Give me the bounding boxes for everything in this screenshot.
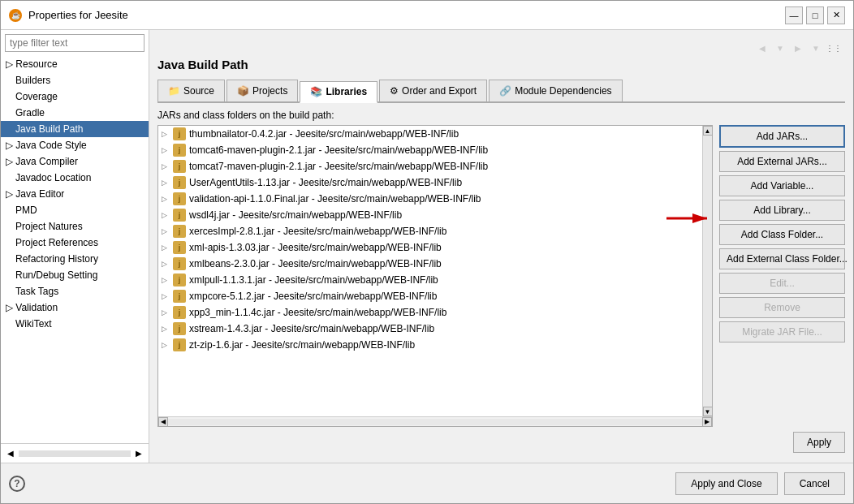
- jar-item[interactable]: ▷ j xml-apis-1.3.03.jar - Jeesite/src/ma…: [158, 239, 702, 256]
- scroll-down-btn[interactable]: ▼: [703, 407, 713, 416]
- sidebar-item-javadoc-location[interactable]: Javadoc Location: [1, 170, 149, 186]
- nav-forward2-icon[interactable]: ▼: [808, 40, 824, 56]
- apply-area: Apply: [157, 427, 845, 454]
- sidebar-item-pmd[interactable]: PMD: [1, 202, 149, 218]
- expand-icon: ▷: [162, 179, 171, 187]
- jar-item[interactable]: ▷ j UserAgentUtils-1.13.jar - Jeesite/sr…: [158, 174, 702, 191]
- sidebar-item-project-natures[interactable]: Project Natures: [1, 218, 149, 235]
- scroll-right-icon[interactable]: ▶: [132, 447, 145, 459]
- add-external-class-folder-button[interactable]: Add External Class Folder...: [719, 248, 845, 269]
- jar-item[interactable]: ▷ j zt-zip-1.6.jar - Jeesite/src/main/we…: [158, 337, 702, 353]
- jar-list[interactable]: ▷ j thumbnailator-0.4.2.jar - Jeesite/sr…: [158, 126, 702, 416]
- tab-module-deps[interactable]: 🔗 Module Dependencies: [489, 80, 622, 101]
- expand-icon: ▷: [162, 276, 171, 284]
- projects-tab-icon: 📦: [237, 85, 249, 97]
- expand-icon: ▷: [162, 146, 171, 154]
- module-deps-tab-icon: 🔗: [499, 85, 511, 97]
- jar-item[interactable]: ▷ j xercesImpl-2.8.1.jar - Jeesite/src/m…: [158, 223, 702, 239]
- nav-back2-icon[interactable]: ▼: [772, 40, 788, 56]
- jar-item[interactable]: ▷ j xstream-1.4.3.jar - Jeesite/src/main…: [158, 321, 702, 337]
- remove-button[interactable]: Remove: [719, 297, 845, 318]
- jar-item[interactable]: ▷ j wsdl4j.jar - Jeesite/src/main/webapp…: [158, 207, 702, 223]
- nav-forward-icon[interactable]: ▶: [790, 40, 806, 56]
- cancel-button[interactable]: Cancel: [784, 472, 845, 495]
- expand-icon: ▷: [162, 211, 171, 219]
- add-external-jars-button[interactable]: Add External JARs...: [719, 151, 845, 172]
- sidebar-item-builders[interactable]: Builders: [1, 72, 149, 88]
- sidebar-scroll: ◀ ▶: [1, 443, 149, 463]
- jar-item[interactable]: ▷ j tomcat6-maven-plugin-2.1.jar - Jeesi…: [158, 142, 702, 158]
- expand-icon: ▷: [162, 162, 171, 170]
- minimize-button[interactable]: —: [785, 6, 803, 24]
- jar-item[interactable]: ▷ j xmlpull-1.1.3.1.jar - Jeesite/src/ma…: [158, 272, 702, 288]
- nav-back-icon[interactable]: ◀: [754, 40, 770, 56]
- expand-icon: ▷: [162, 308, 171, 317]
- sidebar-item-project-references[interactable]: Project References: [1, 235, 149, 251]
- add-library-button[interactable]: Add Library...: [719, 200, 845, 221]
- jar-file-icon: j: [173, 257, 186, 270]
- sidebar-item-task-tags[interactable]: Task Tags: [1, 283, 149, 299]
- scroll-right-btn[interactable]: ▶: [702, 417, 712, 427]
- main-panel: ◀ ▼ ▶ ▼ ⋮⋮ Java Build Path 📁 Source 📦 Pr…: [149, 30, 853, 463]
- sidebar-item-gradle[interactable]: Gradle: [1, 105, 149, 121]
- maximize-button[interactable]: □: [806, 6, 824, 24]
- expand-icon: ▷: [162, 243, 171, 252]
- tab-order-export[interactable]: ⚙ Order and Export: [379, 80, 487, 101]
- jar-item[interactable]: ▷ j xpp3_min-1.1.4c.jar - Jeesite/src/ma…: [158, 304, 702, 321]
- tab-libraries[interactable]: 📚 Libraries: [300, 81, 377, 103]
- jar-file-icon: j: [173, 176, 186, 189]
- apply-button[interactable]: Apply: [793, 432, 845, 453]
- sidebar-item-validation[interactable]: ▷ Validation: [1, 299, 149, 316]
- add-variable-button[interactable]: Add Variable...: [719, 175, 845, 196]
- sidebar-item-wikitext[interactable]: WikiText: [1, 316, 149, 332]
- nav-menu-icon[interactable]: ⋮⋮: [826, 40, 842, 56]
- jar-file-icon: j: [173, 160, 186, 173]
- sidebar-item-java-build-path[interactable]: Java Build Path: [1, 121, 149, 137]
- libraries-tab-icon: 📚: [310, 86, 322, 97]
- sidebar: ▷ Resource Builders Coverage Gradle Java…: [1, 30, 149, 463]
- add-class-folder-button[interactable]: Add Class Folder...: [719, 224, 845, 245]
- scroll-left-icon[interactable]: ◀: [4, 447, 17, 459]
- vertical-scrollbar[interactable]: ▲ ▼: [702, 126, 712, 416]
- order-export-tab-icon: ⚙: [390, 85, 399, 97]
- dialog-title: Properties for Jeesite: [28, 9, 785, 21]
- sidebar-list: ▷ Resource Builders Coverage Gradle Java…: [1, 56, 149, 443]
- add-jars-button[interactable]: Add JARs...: [719, 125, 845, 148]
- sidebar-item-coverage[interactable]: Coverage: [1, 88, 149, 105]
- title-bar: ☕ Properties for Jeesite — □ ✕: [1, 1, 853, 30]
- footer-bar: ? Apply and Close Cancel: [1, 463, 853, 503]
- jar-item[interactable]: ▷ j xmlbeans-2.3.0.jar - Jeesite/src/mai…: [158, 256, 702, 272]
- close-button[interactable]: ✕: [827, 6, 845, 24]
- jar-file-icon: j: [173, 144, 186, 157]
- tab-projects-label: Projects: [252, 85, 287, 97]
- apply-close-button[interactable]: Apply and Close: [675, 472, 777, 495]
- scroll-track: [19, 450, 131, 457]
- sidebar-item-run-debug[interactable]: Run/Debug Setting: [1, 267, 149, 283]
- scroll-up-btn[interactable]: ▲: [703, 126, 713, 136]
- sidebar-item-java-editor[interactable]: ▷ Java Editor: [1, 186, 149, 202]
- jar-file-icon: j: [173, 225, 186, 238]
- jar-item-label: thumbnailator-0.4.2.jar - Jeesite/src/ma…: [189, 128, 459, 140]
- window-controls: — □ ✕: [785, 6, 845, 24]
- tab-projects[interactable]: 📦 Projects: [226, 80, 298, 101]
- sidebar-item-resource[interactable]: ▷ Resource: [1, 56, 149, 72]
- jar-item[interactable]: ▷ j xmpcore-5.1.2.jar - Jeesite/src/main…: [158, 288, 702, 304]
- jar-item-label: validation-api-1.1.0.Final.jar - Jeesite…: [189, 193, 481, 205]
- sidebar-item-java-code-style[interactable]: ▷ Java Code Style: [1, 137, 149, 153]
- horizontal-scrollbar[interactable]: ◀ ▶: [158, 416, 712, 426]
- jar-item[interactable]: ▷ j validation-api-1.1.0.Final.jar - Jee…: [158, 191, 702, 207]
- scroll-left-btn[interactable]: ◀: [158, 417, 168, 427]
- jar-file-icon: j: [173, 241, 186, 254]
- help-button[interactable]: ?: [9, 476, 25, 492]
- tab-source[interactable]: 📁 Source: [157, 80, 225, 101]
- edit-button[interactable]: Edit...: [719, 273, 845, 294]
- sidebar-item-refactoring-history[interactable]: Refactoring History: [1, 251, 149, 267]
- jar-item[interactable]: ▷ j tomcat7-maven-plugin-2.1.jar - Jeesi…: [158, 158, 702, 174]
- filter-input[interactable]: [5, 34, 144, 52]
- migrate-jar-button[interactable]: Migrate JAR File...: [719, 321, 845, 342]
- app-icon: ☕: [9, 9, 22, 22]
- sidebar-item-java-compiler[interactable]: ▷ Java Compiler: [1, 153, 149, 170]
- jar-item[interactable]: ▷ j thumbnailator-0.4.2.jar - Jeesite/sr…: [158, 126, 702, 142]
- jar-file-icon: j: [173, 322, 186, 335]
- jar-file-icon: j: [173, 274, 186, 286]
